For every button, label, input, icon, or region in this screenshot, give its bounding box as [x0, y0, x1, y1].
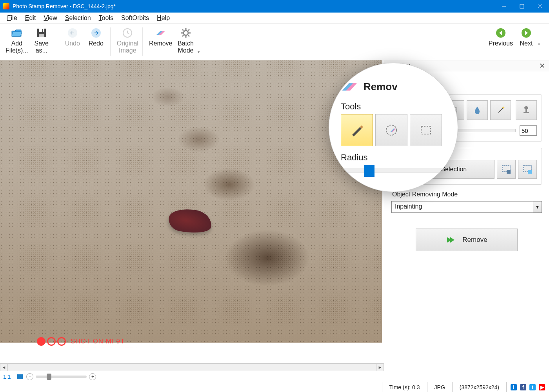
facebook-icon[interactable]: f [520, 384, 526, 390]
menu-help[interactable]: Help [153, 13, 174, 23]
batch-mode-button[interactable]: Batch Mode [174, 26, 198, 55]
save-as-button[interactable]: Saveas... [30, 26, 53, 55]
folder-open-icon [11, 27, 23, 39]
toolbox-close-icon[interactable]: ✕ [539, 62, 545, 70]
zoom-bar: 1:1 − + [0, 371, 549, 382]
mode-value: Inpainting [391, 201, 533, 213]
save-selection-button[interactable] [497, 160, 516, 179]
svg-line-20 [182, 35, 184, 36]
svg-rect-1 [520, 4, 524, 8]
scroll-track[interactable] [8, 363, 376, 371]
stamp-line1: SHOT ON MI 9T [71, 338, 125, 345]
zoom-in-button[interactable]: + [89, 373, 96, 380]
redo-icon [90, 27, 102, 39]
status-empty [0, 382, 382, 392]
status-bar: Time (s): 0.3 JPG (3872x2592x24) i f t ▶ [0, 382, 549, 392]
photo-content [0, 60, 382, 343]
tool-clone-stamp[interactable] [516, 100, 537, 120]
mag-tool-marquee[interactable] [410, 114, 442, 146]
main-area: SHOT ON MI 9T AI TRIPLE CAMERA ◄ ► Remov… [0, 60, 549, 371]
menu-view[interactable]: View [40, 13, 61, 23]
zoom-fit-button[interactable] [14, 374, 26, 379]
status-format: JPG [427, 382, 452, 392]
svg-point-13 [184, 31, 188, 35]
mode-select[interactable]: Inpainting ▼ [391, 201, 542, 213]
status-social: i f t ▶ [506, 382, 549, 392]
info-icon[interactable]: i [511, 384, 517, 390]
svg-point-26 [386, 125, 396, 135]
tool-color-select[interactable] [467, 100, 488, 120]
chevron-down-icon[interactable]: ▼ [533, 201, 542, 213]
load-selection-button[interactable] [518, 160, 537, 179]
menu-file[interactable]: File [3, 13, 21, 23]
zoom-out-button[interactable]: − [26, 373, 33, 380]
stamp-icon [522, 105, 531, 115]
svg-line-18 [182, 29, 184, 31]
horizontal-scrollbar[interactable]: ◄ ► [0, 363, 384, 371]
canvas-area: SHOT ON MI 9T AI TRIPLE CAMERA ◄ ► [0, 60, 384, 371]
svg-rect-6 [39, 34, 44, 37]
svg-point-38 [524, 106, 528, 109]
magnifier-overlay: Remov Tools Radius [329, 63, 458, 192]
redo-button[interactable]: Redo [84, 26, 108, 48]
maximize-button[interactable] [513, 0, 531, 13]
status-dimensions: (3872x2592x24) [452, 382, 506, 392]
photo: SHOT ON MI 9T AI TRIPLE CAMERA [0, 60, 382, 343]
marquee-icon [418, 122, 434, 138]
undo-button[interactable]: Undo [61, 26, 84, 48]
tool-magic-wand[interactable] [490, 100, 511, 120]
radius-input[interactable] [520, 125, 537, 136]
scroll-right-icon[interactable]: ► [376, 363, 384, 371]
arrow-right-icon [520, 27, 533, 39]
svg-rect-40 [507, 170, 511, 174]
original-image-button[interactable]: Original Image [115, 26, 140, 55]
selection-load-icon [522, 164, 533, 174]
undo-icon [66, 27, 79, 39]
previous-button[interactable]: Previous [487, 26, 514, 48]
svg-rect-36 [524, 112, 529, 113]
add-files-button[interactable]: Add File(s)... [4, 26, 30, 55]
selection-save-icon [501, 164, 511, 174]
mag-tool-freehand[interactable] [375, 114, 407, 146]
magnifier-tools-label: Tools [341, 102, 446, 112]
toolbar-overflow-icon[interactable]: ▾ [198, 50, 202, 54]
zoom-slider[interactable] [36, 376, 87, 378]
close-button[interactable] [531, 0, 549, 13]
play-icon [446, 236, 454, 244]
mode-label: Object Removing Mode [392, 191, 542, 198]
mag-tool-pencil[interactable] [341, 114, 373, 146]
menu-tools[interactable]: Tools [95, 13, 117, 23]
image-viewport[interactable]: SHOT ON MI 9T AI TRIPLE CAMERA [0, 60, 384, 347]
remove-button[interactable]: Remove [147, 26, 174, 48]
zoom-1-1-button[interactable]: 1:1 [0, 374, 14, 380]
lasso-eraser-icon [384, 122, 399, 138]
stamp-icons [37, 337, 66, 346]
droplet-icon [473, 105, 482, 115]
menu-selection[interactable]: Selection [61, 13, 95, 23]
pencil-icon [349, 122, 365, 138]
menu-softorbits[interactable]: SoftOrbits [117, 13, 153, 23]
magnifier-radius-label: Radius [341, 152, 446, 163]
title-bar: Photo Stamp Remover - DSC_1444-2.jpg* [0, 0, 549, 13]
scroll-left-icon[interactable]: ◄ [0, 363, 8, 371]
nav-overflow-icon[interactable]: ▾ [538, 42, 542, 46]
watermark-stamp: SHOT ON MI 9T AI TRIPLE CAMERA [37, 337, 139, 347]
magnifier-radius-slider[interactable] [341, 166, 446, 172]
stamp-line2: AI TRIPLE CAMERA [71, 346, 139, 347]
status-time: Time (s): 0.3 [382, 382, 427, 392]
menu-edit[interactable]: Edit [21, 13, 40, 23]
svg-line-21 [188, 29, 189, 31]
svg-rect-7 [42, 29, 43, 32]
leaf-object [167, 206, 214, 236]
next-button[interactable]: Next [514, 26, 538, 48]
svg-rect-5 [39, 29, 44, 32]
arrow-left-icon [494, 27, 507, 39]
remove-action-button[interactable]: Remove [416, 229, 518, 251]
minimize-button[interactable] [495, 0, 513, 13]
app-icon [3, 3, 9, 9]
window-title: Photo Stamp Remover - DSC_1444-2.jpg* [13, 3, 495, 9]
toolbar: Add File(s)... Saveas... Undo Redo Origi… [0, 24, 549, 60]
youtube-icon[interactable]: ▶ [539, 384, 545, 390]
save-icon [35, 27, 48, 39]
twitter-icon[interactable]: t [529, 384, 536, 390]
